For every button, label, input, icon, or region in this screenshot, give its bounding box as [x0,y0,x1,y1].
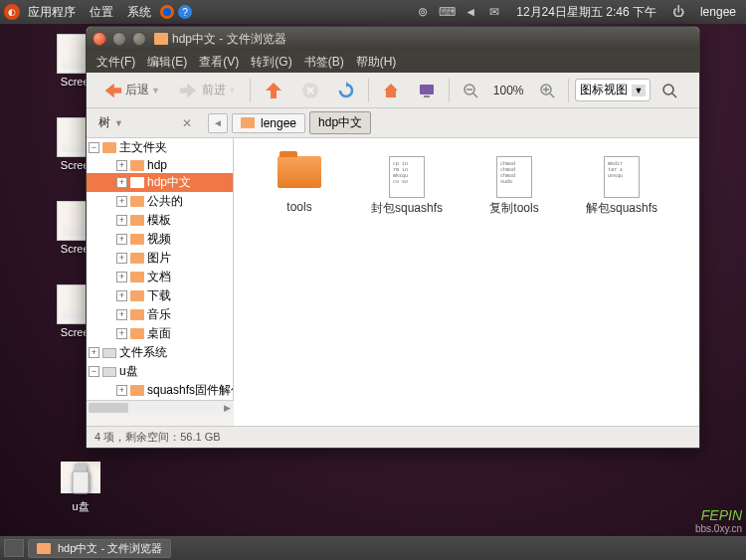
up-arrow-icon [264,81,283,100]
menu-help[interactable]: 帮助(H) [352,52,401,73]
tree-item-6[interactable]: +图片 [87,249,233,268]
folder-icon [130,177,144,188]
svg-rect-8 [424,95,430,97]
menu-bookmarks[interactable]: 书签(B) [300,52,348,73]
expander-icon[interactable]: + [116,215,127,226]
tree-item-5[interactable]: +视频 [87,230,233,249]
tree-item-11[interactable]: +文件系统 [87,343,233,362]
folder-icon [37,543,51,554]
tree-item-9[interactable]: +音乐 [87,305,233,324]
menubar: 文件(F) 编辑(E) 查看(V) 转到(G) 书签(B) 帮助(H) [87,51,699,73]
network-icon[interactable]: ⊚ [415,4,431,20]
user-menu[interactable]: lengee [694,5,742,19]
zoom-out-button[interactable] [456,79,485,102]
ubuntu-logo-icon[interactable]: ◐ [4,4,20,20]
expander-icon[interactable]: + [116,234,127,245]
forward-button[interactable]: 前进 ▼ [171,76,244,105]
menu-places[interactable]: 位置 [84,4,119,21]
stop-button[interactable] [294,78,326,103]
svg-rect-7 [420,85,434,94]
path-back-button[interactable]: ◄ [208,113,228,133]
tree-item-2[interactable]: +hdp中文 [87,173,233,192]
breadcrumb-lengee[interactable]: lengee [232,113,305,133]
zoom-level: 100% [489,84,528,97]
help-icon[interactable]: ? [177,4,193,20]
script-icon: mkdirtar xunsqu [604,156,640,198]
minimize-button[interactable] [112,32,126,46]
expander-icon[interactable]: + [116,328,127,339]
file-item-3[interactable]: mkdirtar xunsqu解包squashfs [568,150,675,223]
titlebar[interactable]: hdp中文 - 文件浏览器 [87,27,699,51]
power-icon[interactable]: ⏻ [670,4,686,20]
file-item-0[interactable]: tools [246,150,353,223]
expander-icon[interactable]: + [89,347,99,358]
computer-button[interactable] [411,78,443,103]
back-button[interactable]: 后退 ▼ [94,76,167,105]
tree-item-label: hdp中文 [147,174,191,191]
clock[interactable]: 12月24日星期五 2:46 下午 [510,4,662,21]
folder-icon [130,196,144,207]
svg-line-17 [672,93,676,97]
home-button[interactable] [375,78,407,103]
tree-scrollbar[interactable]: ▶ [87,400,234,414]
expander-icon[interactable]: + [116,385,127,396]
expander-icon[interactable]: − [89,366,99,377]
expander-icon[interactable]: + [116,272,127,282]
script-icon: chmodchmodchmodsudo [496,156,532,198]
tree-item-8[interactable]: +下载 [87,286,233,305]
keyboard-icon[interactable]: ⌨ [439,4,455,20]
icon-view[interactable]: toolscp inrm inmksquco so封包squashfschmod… [234,138,699,426]
maximize-button[interactable] [132,32,146,46]
tree-item-0[interactable]: −主文件夹 [87,138,233,157]
expander-icon[interactable]: + [116,253,127,264]
search-button[interactable] [654,79,684,102]
show-desktop-button[interactable] [4,539,24,557]
close-sidepanel-button[interactable]: ✕ [182,116,200,130]
home-icon [382,82,400,99]
tree-item-12[interactable]: −u盘 [87,362,233,381]
firefox-icon[interactable] [159,4,175,20]
folder-icon [241,117,255,128]
expander-icon[interactable]: + [116,309,127,320]
tree-item-4[interactable]: +模板 [87,211,233,230]
mail-icon[interactable]: ✉ [486,4,502,20]
expander-icon[interactable]: − [89,142,99,153]
expander-icon[interactable]: + [116,196,127,207]
statusbar: 4 项，剩余空间：56.1 GB [87,426,699,448]
up-button[interactable] [257,77,290,104]
menu-system[interactable]: 系统 [121,4,157,21]
close-button[interactable] [93,32,106,46]
expander-icon[interactable]: + [116,177,127,188]
sound-icon[interactable]: ◄ [463,4,478,20]
breadcrumb-current[interactable]: hdp中文 [309,111,371,134]
top-panel: ◐ 应用程序 位置 系统 ? ⊚ ⌨ ◄ ✉ 12月24日星期五 2:46 下午… [0,0,746,24]
expander-icon[interactable]: + [116,290,127,301]
file-item-2[interactable]: chmodchmodchmodsudo复制tools [461,150,568,223]
file-item-1[interactable]: cp inrm inmksquco so封包squashfs [353,150,461,223]
menu-edit[interactable]: 编辑(E) [143,52,191,73]
sidebar-tree[interactable]: −主文件夹+hdp+hdp中文+公共的+模板+视频+图片+文档+下载+音乐+桌面… [87,138,234,400]
reload-button[interactable] [330,78,362,103]
tree-item-10[interactable]: +桌面 [87,324,233,343]
svg-line-10 [473,93,477,97]
menu-view[interactable]: 查看(V) [195,52,243,73]
menu-go[interactable]: 转到(G) [247,52,295,73]
expander-icon[interactable]: + [116,160,127,171]
tree-item-label: 视频 [147,231,171,248]
folder-icon [130,272,144,282]
taskbar-file-manager[interactable]: hdp中文 - 文件浏览器 [28,539,171,558]
zoom-in-button[interactable] [532,79,562,102]
script-icon: cp inrm inmksquco so [389,156,425,198]
tree-item-1[interactable]: +hdp [87,157,233,173]
tree-item-13[interactable]: +squashfs固件解包封包 [87,381,233,400]
desktop-usb-drive[interactable]: u盘 [48,458,113,514]
menu-applications[interactable]: 应用程序 [22,4,82,21]
menu-file[interactable]: 文件(F) [93,52,139,73]
tree-item-3[interactable]: +公共的 [87,192,233,211]
file-label: 复制tools [463,200,566,217]
tree-item-7[interactable]: +文档 [87,268,233,286]
view-mode-select[interactable]: 图标视图 ▼ [575,79,652,101]
svg-point-16 [663,85,673,94]
sidepanel-mode[interactable]: 树 [98,114,110,131]
stop-icon [301,82,319,99]
